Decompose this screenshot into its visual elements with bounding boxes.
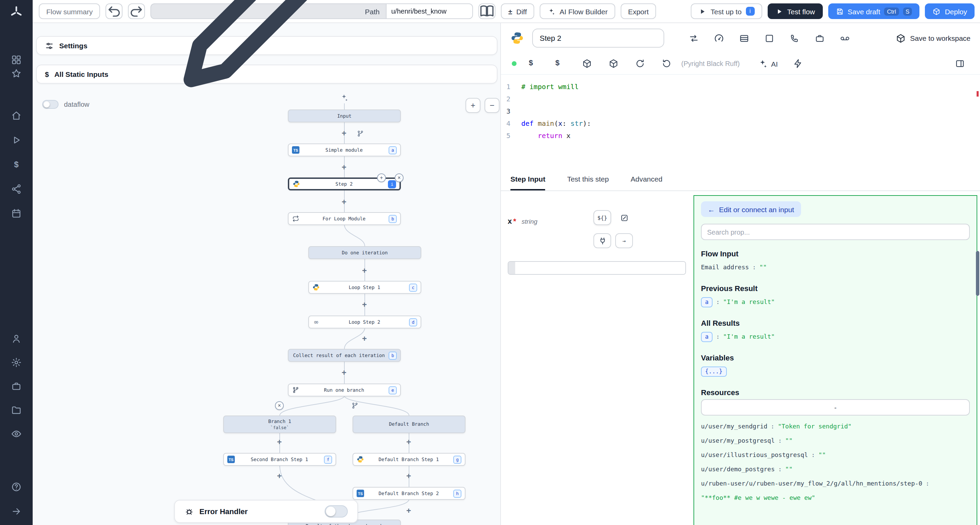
home-icon[interactable] xyxy=(11,110,22,121)
edit-or-connect-button[interactable]: ← Edit or connect an input xyxy=(701,201,801,217)
node-for-loop[interactable]: For Loop Module b xyxy=(288,212,401,225)
tab-test-this-step[interactable]: Test this step xyxy=(567,168,609,190)
zoom-out-button[interactable]: − xyxy=(485,98,500,113)
gauge-icon[interactable] xyxy=(714,33,724,43)
users-icon[interactable] xyxy=(11,333,22,344)
scrollbar-thumb[interactable] xyxy=(976,251,979,296)
error-handler-panel[interactable]: Error Handler xyxy=(174,500,358,523)
undo-button[interactable] xyxy=(106,3,123,19)
diff-button[interactable]: ± Diff xyxy=(501,3,535,19)
voicemail-icon[interactable] xyxy=(840,33,850,43)
flow-summary-button[interactable]: Flow summary xyxy=(39,3,100,19)
tab-step-input[interactable]: Step Input xyxy=(511,168,546,190)
deploy-button[interactable]: Deploy xyxy=(925,3,975,19)
node-run-one-branch[interactable]: Run one branch e xyxy=(288,384,401,397)
step-title-input[interactable] xyxy=(532,29,664,48)
table-icon[interactable] xyxy=(739,33,749,43)
node-default-branch-step-2[interactable]: TS Default Branch Step 2 h xyxy=(353,487,466,500)
node-loop-step-1[interactable]: Loop Step 1 c xyxy=(308,281,421,294)
insert-step-button[interactable]: + xyxy=(377,173,386,182)
runs-icon[interactable] xyxy=(11,135,22,146)
collapse-icon[interactable] xyxy=(11,506,22,517)
remove-branch-button[interactable]: × xyxy=(275,401,284,410)
connect-prop-row[interactable]: u/user/my_sendgrid:"Token for sendgrid" xyxy=(701,420,970,434)
arrow-right-button[interactable]: → xyxy=(615,233,633,248)
arg-value-input[interactable] xyxy=(515,262,685,274)
node-collect-result[interactable]: Collect result of each iteration b xyxy=(288,349,401,362)
add-step-button[interactable]: + xyxy=(340,198,348,207)
add-step-button[interactable]: + xyxy=(360,335,369,343)
path-input[interactable] xyxy=(386,3,473,19)
connect-prop-row[interactable]: a:"I'm a result" xyxy=(701,295,970,309)
node-second-branch-step-1[interactable]: TS Second Branch Step 1 f xyxy=(223,453,336,466)
code-line[interactable]: 3 xyxy=(501,105,980,117)
save-to-workspace-button[interactable]: Save to workspace xyxy=(896,33,970,43)
help-icon[interactable] xyxy=(11,482,22,492)
schedules-icon[interactable] xyxy=(11,208,22,219)
ai-flow-builder-button[interactable]: AI Flow Builder xyxy=(540,3,615,19)
code-lines[interactable]: 1# import wmill234def main(x: str):5 ret… xyxy=(501,80,980,141)
settings-icon[interactable] xyxy=(11,357,22,368)
windmill-logo[interactable] xyxy=(10,5,23,19)
code-line[interactable]: 5 return x xyxy=(501,129,980,141)
dollar-icon[interactable]: $ xyxy=(529,59,539,69)
zoom-in-button[interactable]: + xyxy=(466,98,480,113)
delete-step-button[interactable]: × xyxy=(395,173,404,182)
apps-icon[interactable] xyxy=(11,54,22,65)
resources-icon[interactable] xyxy=(11,184,22,195)
template-mode-button[interactable]: ${} xyxy=(593,210,611,225)
add-step-button[interactable]: + xyxy=(340,129,348,138)
add-step-button[interactable]: + xyxy=(275,438,284,447)
redo-button[interactable] xyxy=(128,3,145,19)
add-branch-icon[interactable] xyxy=(351,402,359,409)
node-branch-1[interactable]: Branch 1 `false` xyxy=(223,416,336,433)
node-default-branch-step-1[interactable]: Default Branch Step 1 g xyxy=(353,453,466,466)
test-up-to-button[interactable]: Test up to i xyxy=(691,3,762,19)
package-icon[interactable] xyxy=(582,59,592,69)
folders-icon[interactable] xyxy=(11,404,22,416)
phone-icon[interactable] xyxy=(789,33,800,43)
code-line[interactable]: 2 xyxy=(501,92,980,105)
workers-icon[interactable] xyxy=(11,381,22,392)
path-edit-button[interactable]: Path xyxy=(151,3,386,19)
test-flow-button[interactable]: Test flow xyxy=(767,3,822,19)
docs-button[interactable] xyxy=(479,3,495,19)
panel-toggle-icon[interactable] xyxy=(955,59,965,69)
square-icon[interactable] xyxy=(764,33,775,43)
audit-icon[interactable] xyxy=(11,428,22,439)
connect-prop-row[interactable]: u/ruben-user/u/ruben-user/my_flow_2/g/al… xyxy=(701,477,970,491)
code-editor[interactable]: 1# import wmill234def main(x: str):5 ret… xyxy=(501,80,980,169)
add-step-button[interactable]: + xyxy=(360,301,369,309)
connect-prop-row[interactable]: {...} xyxy=(701,365,970,379)
node-loop-step-2[interactable]: ∞ Loop Step 2 d xyxy=(308,316,421,328)
workers-icon[interactable] xyxy=(815,33,825,43)
code-line[interactable]: 4def main(x: str): xyxy=(501,117,980,129)
connect-prop-row[interactable]: u/user/illustrious_postgresql:"" xyxy=(701,448,970,462)
history-icon[interactable] xyxy=(662,59,672,69)
tab-advanced[interactable]: Advanced xyxy=(630,168,662,190)
add-step-button[interactable]: + xyxy=(340,369,348,377)
node-default-branch[interactable]: Default Branch xyxy=(353,416,466,433)
dollar-icon[interactable]: $ xyxy=(555,59,566,69)
export-button[interactable]: Export xyxy=(620,3,656,19)
add-branch-icon[interactable] xyxy=(356,130,364,137)
package-icon[interactable] xyxy=(608,59,619,69)
connect-prop-row[interactable]: u/user/my_postgresql:"" xyxy=(701,434,970,448)
drag-handle[interactable] xyxy=(508,262,515,274)
plug-button[interactable] xyxy=(593,233,611,248)
add-step-button[interactable]: + xyxy=(275,472,284,481)
add-step-button[interactable]: + xyxy=(340,163,348,172)
variables-icon[interactable]: $ xyxy=(11,159,22,170)
code-line[interactable]: 1# import wmill xyxy=(501,80,980,92)
search-prop-input[interactable] xyxy=(701,224,970,240)
zap-icon[interactable] xyxy=(793,59,803,69)
connect-prop-row[interactable]: "**foo** #e we w wewe - ewe ew" xyxy=(701,491,970,505)
star-icon[interactable] xyxy=(11,68,22,79)
dataflow-toggle[interactable] xyxy=(42,100,59,109)
add-step-button[interactable]: + xyxy=(404,438,413,447)
error-handler-toggle[interactable] xyxy=(325,505,348,517)
add-step-button[interactable]: + xyxy=(404,507,413,515)
add-step-button[interactable]: + xyxy=(404,472,413,481)
swap-icon[interactable] xyxy=(689,33,699,43)
resource-type-select[interactable]: - xyxy=(701,399,970,416)
